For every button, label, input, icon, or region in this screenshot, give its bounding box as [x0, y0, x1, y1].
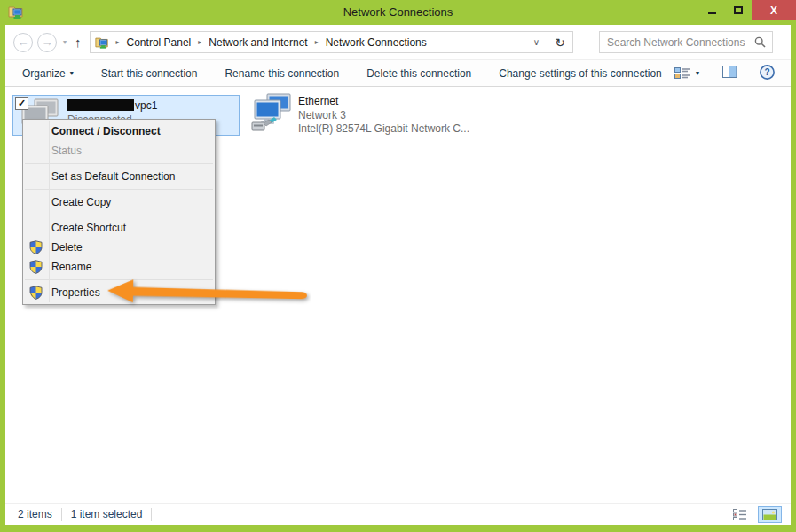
network-folder-icon [95, 35, 109, 50]
menu-separator [25, 163, 213, 164]
organize-label: Organize [22, 67, 66, 80]
title-bar: Network Connections X [0, 0, 796, 25]
details-view-button[interactable] [729, 507, 751, 522]
check-icon: ✓ [18, 98, 26, 109]
menu-item-label: Create Shortcut [51, 222, 126, 234]
items-count: 2 items [18, 508, 52, 520]
close-button[interactable]: X [752, 0, 796, 20]
breadcrumb-network-connections[interactable]: Network Connections [326, 36, 427, 49]
command-toolbar: Organize ▾ Start this connection Rename … [5, 59, 791, 87]
caption-buttons: X [698, 0, 796, 20]
connection-text: Ethernet Network 3 Intel(R) 82574L Gigab… [298, 93, 469, 135]
menu-item-rename[interactable]: Rename [23, 257, 215, 277]
chevron-down-icon: ∨ [533, 37, 540, 47]
status-divider [151, 508, 152, 521]
redacted-name-box [67, 99, 134, 111]
back-icon: ← [18, 35, 29, 49]
change-settings-button[interactable]: Change settings of this connection [499, 67, 661, 80]
breadcrumb-separator-icon: ▸ [109, 38, 127, 46]
breadcrumb-separator-icon: ▸ [308, 38, 326, 46]
uac-shield-icon [29, 286, 43, 300]
help-icon: ? [760, 65, 775, 80]
statusbar-view-buttons [729, 506, 782, 523]
organize-button[interactable]: Organize ▾ [22, 67, 74, 80]
connections-list: ✓ vpc1 Disconnected [5, 87, 791, 503]
connection-name: vpc1 [67, 98, 157, 112]
connection-name-suffix: vpc1 [135, 99, 157, 112]
back-button[interactable]: ← [13, 33, 33, 52]
menu-item-label: Properties [51, 286, 100, 299]
connection-name: Ethernet [298, 95, 469, 108]
menu-item-status[interactable]: Status [23, 141, 215, 160]
recent-pages-button[interactable]: ▾ [63, 38, 67, 46]
search-box [599, 31, 773, 53]
maximize-icon [734, 6, 743, 14]
breadcrumb-network-and-internet[interactable]: Network and Internet [209, 36, 307, 49]
menu-item-label: Delete [51, 241, 83, 254]
refresh-button[interactable]: ↻ [548, 35, 572, 50]
maximize-button[interactable] [725, 0, 752, 20]
menu-separator [25, 215, 213, 215]
refresh-icon: ↻ [555, 35, 565, 50]
svg-text:?: ? [764, 67, 769, 77]
menu-item-create-copy[interactable]: Create Copy [23, 192, 215, 212]
breadcrumb-separator-icon: ▸ [191, 38, 209, 46]
navigation-bar: ← → ▾ ↑ ▸ Control Panel ▸ Network and In… [5, 25, 791, 59]
chevron-down-icon: ▾ [63, 38, 67, 46]
details-view-icon [733, 509, 747, 520]
menu-item-connect-disconnect[interactable]: Connect / Disconnect [23, 121, 215, 141]
up-icon: ↑ [75, 35, 82, 50]
view-options-icon [674, 66, 690, 80]
address-dropdown-button[interactable]: ∨ [526, 37, 548, 47]
address-bar[interactable]: ▸ Control Panel ▸ Network and Internet ▸… [90, 31, 573, 53]
thumbnail-view-icon [762, 509, 777, 520]
connection-network: Network 3 [298, 109, 469, 121]
up-button[interactable]: ↑ [75, 35, 82, 50]
menu-item-label: Status [51, 145, 82, 157]
menu-item-label: Rename [51, 261, 91, 273]
window-frame: ← → ▾ ↑ ▸ Control Panel ▸ Network and In… [5, 25, 791, 525]
menu-item-properties[interactable]: Properties [23, 283, 215, 302]
breadcrumb-control-panel[interactable]: Control Panel [127, 36, 192, 49]
search-input[interactable] [600, 36, 754, 49]
ethernet-network-icon [251, 93, 292, 132]
status-divider [61, 508, 62, 521]
menu-item-delete[interactable]: Delete [23, 238, 215, 257]
change-view-button[interactable]: ▾ [671, 64, 703, 82]
forward-button[interactable]: → [37, 33, 57, 52]
preview-pane-button[interactable] [719, 63, 740, 83]
start-connection-button[interactable]: Start this connection [101, 67, 198, 80]
selected-count: 1 item selected [71, 508, 143, 520]
menu-separator [25, 279, 213, 280]
forward-icon: → [42, 35, 53, 49]
minimize-icon [708, 12, 716, 14]
rename-connection-button[interactable]: Rename this connection [225, 67, 339, 80]
menu-item-set-default-connection[interactable]: Set as Default Connection [23, 167, 215, 186]
search-icon[interactable] [754, 36, 766, 48]
menu-item-label: Connect / Disconnect [51, 125, 161, 137]
network-connections-window: Network Connections X ← → ▾ ↑ ▸ [0, 0, 796, 532]
context-menu: Connect / Disconnect Status Set as Defau… [22, 119, 216, 305]
uac-shield-icon [29, 260, 43, 274]
menu-item-create-shortcut[interactable]: Create Shortcut [23, 218, 215, 238]
help-button[interactable]: ? [756, 62, 778, 85]
connection-device: Intel(R) 82574L Gigabit Network C... [298, 122, 469, 135]
menu-item-label: Create Copy [51, 196, 111, 208]
toolbar-right-icons: ▾ ? [671, 62, 778, 85]
close-icon: X [770, 4, 777, 17]
uac-shield-icon [29, 240, 43, 254]
chevron-down-icon: ▾ [696, 69, 699, 77]
status-bar: 2 items 1 item selected [5, 503, 791, 525]
menu-item-label: Set as Default Connection [51, 170, 175, 183]
window-title: Network Connections [0, 5, 796, 19]
preview-pane-icon [722, 66, 737, 78]
connection-item-ethernet[interactable]: Ethernet Network 3 Intel(R) 82574L Gigab… [251, 93, 469, 135]
menu-separator [25, 189, 213, 190]
thumbnail-view-button[interactable] [758, 506, 782, 523]
chevron-down-icon: ▾ [70, 69, 74, 77]
minimize-button[interactable] [698, 0, 725, 20]
delete-connection-button[interactable]: Delete this connection [366, 67, 471, 80]
item-checkbox[interactable]: ✓ [15, 97, 28, 110]
